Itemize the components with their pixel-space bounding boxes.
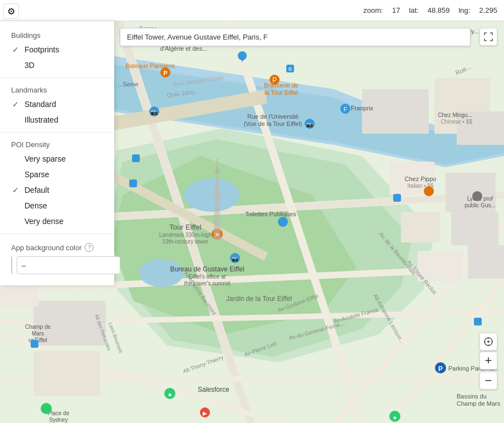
- svg-text:Tour Eiffel: Tour Eiffel: [169, 223, 202, 231]
- svg-text:Toilettes Publiques: Toilettes Publiques: [245, 211, 296, 217]
- svg-text:▶: ▶: [203, 410, 207, 416]
- default-label: Default: [25, 186, 49, 195]
- app-background-color-section: App background color ?: [0, 239, 114, 279]
- svg-text:Chez Pippo: Chez Pippo: [405, 176, 437, 182]
- svg-point-104: [472, 191, 482, 201]
- very-dense-label: Very dense: [25, 217, 63, 226]
- svg-text:📷: 📷: [150, 108, 158, 116]
- divider-1: [0, 77, 114, 78]
- info-icon[interactable]: ?: [85, 243, 94, 252]
- sidebar-panel: Buildings ✓ Footprints 3D Landmarks ✓ St…: [0, 21, 114, 285]
- zoom-in-button[interactable]: +: [479, 352, 497, 369]
- svg-text:(Vue de la Tour Eiffel): (Vue de la Tour Eiffel): [244, 120, 302, 127]
- top-bar: zoom: 17 lat: 48.859 lng: 2.295: [0, 0, 504, 21]
- svg-text:Mars: Mars: [32, 330, 44, 337]
- svg-text:📷: 📷: [232, 255, 239, 262]
- standard-label: Standard: [25, 100, 56, 109]
- landmarks-section-title: Landmarks: [0, 82, 114, 96]
- standard-check-icon: ✓: [11, 100, 20, 109]
- svg-text:P: P: [438, 365, 443, 373]
- svg-rect-106: [474, 318, 482, 325]
- svg-text:the tower's summit: the tower's summit: [184, 280, 230, 286]
- svg-text:B: B: [288, 66, 292, 72]
- divider-3: [0, 234, 114, 234]
- svg-rect-19: [362, 89, 429, 134]
- svg-rect-91: [129, 179, 137, 187]
- map-controls: + −: [479, 352, 497, 390]
- svg-text:●: ●: [393, 414, 397, 421]
- dense-label: Dense: [25, 201, 47, 210]
- sidebar-item-very-dense[interactable]: Very dense: [0, 213, 114, 229]
- zoom-value: 17: [392, 6, 400, 14]
- sidebar-item-standard[interactable]: ✓ Standard: [0, 96, 114, 112]
- sidebar-item-very-sparse[interactable]: Very sparse: [0, 151, 114, 167]
- svg-text:19th-century tower: 19th-century tower: [163, 239, 209, 245]
- svg-text:Jardin de la Tour Eiffel: Jardin de la Tour Eiffel: [226, 295, 292, 303]
- lat-value: 48.859: [428, 6, 450, 14]
- color-input[interactable]: [17, 256, 120, 274]
- svg-text:Bassins du: Bassins du: [457, 393, 487, 400]
- svg-text:Franprix: Franprix: [351, 105, 374, 111]
- svg-rect-116: [31, 340, 38, 348]
- footprints-label: Footprints: [25, 45, 59, 54]
- location-button[interactable]: [479, 333, 497, 351]
- zoom-out-button[interactable]: −: [479, 372, 497, 390]
- search-bar: Eiffel Tower, Avenue Gustave Eiffel, Par…: [120, 28, 471, 46]
- buildings-section-title: Buildings: [0, 28, 114, 42]
- svg-rect-27: [468, 245, 504, 279]
- sidebar-item-default[interactable]: ✓ Default: [0, 182, 114, 198]
- app-background-color-label: App background color: [11, 244, 81, 252]
- svg-rect-29: [33, 351, 100, 396]
- svg-rect-25: [451, 212, 498, 245]
- gear-button[interactable]: ⚙: [3, 3, 19, 19]
- 3d-label: 3D: [25, 61, 35, 70]
- svg-text:📷: 📷: [306, 121, 314, 128]
- poi-density-section-title: POI Density: [0, 137, 114, 151]
- svg-text:Brasserie de: Brasserie de: [264, 82, 299, 89]
- svg-rect-105: [393, 194, 401, 202]
- fullscreen-icon: [484, 32, 493, 41]
- illustrated-label: Illustrated: [25, 115, 58, 124]
- svg-point-102: [278, 217, 288, 227]
- svg-text:Chez Mingu...: Chez Mingu...: [438, 112, 472, 118]
- lng-value: 2.295: [479, 6, 497, 14]
- svg-text:Bureau de Gustave Eiffel: Bureau de Gustave Eiffel: [170, 265, 244, 273]
- svg-point-103: [424, 186, 434, 196]
- svg-text:Landmark 330m-high: Landmark 330m-high: [159, 232, 212, 238]
- svg-text:la Tour Eiffel: la Tour Eiffel: [265, 89, 298, 96]
- very-sparse-label: Very sparse: [25, 154, 66, 163]
- svg-text:Chinese • $$: Chinese • $$: [441, 119, 472, 125]
- svg-text:Champ de: Champ de: [25, 324, 51, 330]
- divider-2: [0, 132, 114, 133]
- sidebar-item-illustrated[interactable]: Illustrated: [0, 112, 114, 128]
- sidebar-item-sparse[interactable]: Sparse: [0, 167, 114, 182]
- svg-rect-24: [401, 212, 440, 242]
- color-picker-row: [11, 256, 103, 274]
- gear-icon: ⚙: [7, 6, 15, 17]
- svg-text:P: P: [163, 70, 167, 76]
- svg-text:Champ de Mars: Champ de Mars: [457, 400, 501, 407]
- lat-label: lat:: [409, 6, 418, 14]
- search-value: Eiffel Tower, Avenue Gustave Eiffel, Par…: [127, 33, 268, 41]
- zoom-label: zoom:: [364, 6, 383, 14]
- sparse-label: Sparse: [25, 170, 49, 179]
- svg-text:Salesforce: Salesforce: [198, 386, 229, 393]
- sidebar-item-footprints[interactable]: ✓ Footprints: [0, 42, 114, 57]
- location-icon: [483, 337, 493, 347]
- svg-text:Eiffel's office at: Eiffel's office at: [189, 274, 226, 280]
- svg-text:P: P: [272, 76, 277, 84]
- svg-text:...Seine: ...Seine: [118, 81, 138, 87]
- svg-point-111: [41, 403, 52, 414]
- sidebar-item-3d[interactable]: 3D: [0, 57, 114, 73]
- fullscreen-button[interactable]: [479, 28, 497, 46]
- footprints-check-icon: ✓: [11, 45, 20, 54]
- svg-text:public Gus...: public Gus...: [464, 202, 496, 208]
- svg-point-122: [487, 341, 490, 343]
- svg-text:Sydney: Sydney: [49, 417, 67, 423]
- svg-point-31: [184, 178, 239, 212]
- svg-text:Rue de l'Université: Rue de l'Université: [247, 113, 299, 120]
- svg-text:F: F: [344, 106, 347, 113]
- sidebar-item-dense[interactable]: Dense: [0, 198, 114, 213]
- svg-text:●: ●: [168, 391, 172, 398]
- color-checker-swatch[interactable]: [11, 256, 12, 274]
